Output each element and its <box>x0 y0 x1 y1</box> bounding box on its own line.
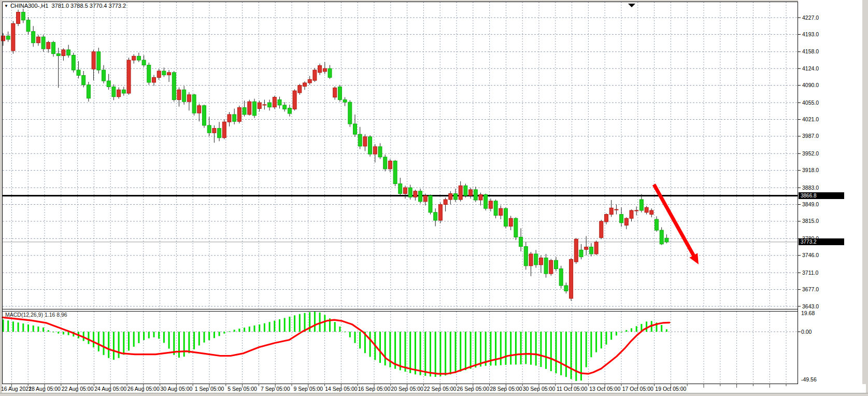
svg-text:3711.0: 3711.0 <box>802 270 818 276</box>
svg-text:3883.0: 3883.0 <box>802 185 819 191</box>
macd-values-label: 1.16 8.96 <box>45 312 67 318</box>
svg-text:3643.0: 3643.0 <box>802 303 819 309</box>
svg-text:13 Oct 05:00: 13 Oct 05:00 <box>589 386 620 392</box>
svg-text:3918.0: 3918.0 <box>802 167 819 173</box>
svg-text:4055.0: 4055.0 <box>802 100 819 106</box>
resistance-price-badge: 3866.8 <box>799 192 844 199</box>
svg-text:16 Sep 05:00: 16 Sep 05:00 <box>358 386 391 392</box>
svg-text:5 Sep 05:00: 5 Sep 05:00 <box>227 386 257 392</box>
svg-text:4227.0: 4227.0 <box>802 15 819 21</box>
svg-text:3815.0: 3815.0 <box>802 218 819 224</box>
macd-indicator-label: MACD(12,26,9) 1.16 8.96 <box>5 312 67 318</box>
svg-text:4090.0: 4090.0 <box>802 82 819 88</box>
svg-text:-49.56: -49.56 <box>801 376 817 383</box>
svg-text:22 Sep 05:00: 22 Sep 05:00 <box>424 386 457 392</box>
svg-text:11 Oct 05:00: 11 Oct 05:00 <box>557 386 588 392</box>
symbol-dropdown-icon[interactable]: ▼ <box>4 4 8 8</box>
svg-text:3849.0: 3849.0 <box>802 201 819 207</box>
bid-price-badge: 3773.2 <box>799 238 844 245</box>
svg-text:17 Oct 05:00: 17 Oct 05:00 <box>622 386 653 392</box>
svg-text:4124.0: 4124.0 <box>802 65 819 72</box>
svg-text:7 Sep 05:00: 7 Sep 05:00 <box>261 386 290 392</box>
svg-text:26 Sep 05:00: 26 Sep 05:00 <box>457 386 490 392</box>
svg-text:4021.0: 4021.0 <box>802 116 819 122</box>
svg-text:4158.0: 4158.0 <box>802 48 819 54</box>
macd-name-label: MACD(12,26,9) <box>5 312 43 318</box>
svg-text:9 Sep 05:00: 9 Sep 05:00 <box>293 386 323 392</box>
svg-text:26 Aug 05:00: 26 Aug 05:00 <box>127 386 160 392</box>
svg-text:0.00: 0.00 <box>801 329 812 335</box>
chart-title: ▼CHINA300-,H1 3781.0 3788.5 3770.4 3773.… <box>4 3 126 9</box>
svg-text:19 Oct 05:00: 19 Oct 05:00 <box>655 386 686 392</box>
chart-canvas: 4227.04193.04158.04124.04090.04055.04021… <box>0 0 868 396</box>
svg-text:3952.0: 3952.0 <box>802 150 819 157</box>
svg-text:18 Aug 05:00: 18 Aug 05:00 <box>29 386 61 392</box>
svg-text:30 Sep 05:00: 30 Sep 05:00 <box>523 386 556 392</box>
svg-text:3677.0: 3677.0 <box>802 286 819 292</box>
svg-text:16 Aug 2022: 16 Aug 2022 <box>1 386 32 392</box>
time-axis[interactable]: 16 Aug 202218 Aug 05:0022 Aug 05:0024 Au… <box>1 384 786 392</box>
svg-text:1 Sep 05:00: 1 Sep 05:00 <box>195 386 224 392</box>
svg-text:3987.0: 3987.0 <box>802 133 819 139</box>
svg-text:20 Sep 05:00: 20 Sep 05:00 <box>391 386 423 392</box>
svg-text:30 Aug 05:00: 30 Aug 05:00 <box>160 386 192 392</box>
svg-text:28 Sep 05:00: 28 Sep 05:00 <box>490 386 522 392</box>
svg-text:24 Aug 05:00: 24 Aug 05:00 <box>94 386 126 392</box>
ohlc-values-label: 3781.0 3788.5 3770.4 3773.2 <box>51 3 126 9</box>
svg-text:22 Aug 05:00: 22 Aug 05:00 <box>62 386 94 392</box>
svg-text:14 Sep 05:00: 14 Sep 05:00 <box>325 386 358 392</box>
svg-text:4193.0: 4193.0 <box>802 31 819 37</box>
symbol-period-label: CHINA300-,H1 <box>10 3 48 9</box>
svg-text:3746.0: 3746.0 <box>802 252 819 258</box>
trading-chart-window: 4227.04193.04158.04124.04090.04055.04021… <box>0 0 868 396</box>
svg-text:19.68: 19.68 <box>801 310 815 316</box>
